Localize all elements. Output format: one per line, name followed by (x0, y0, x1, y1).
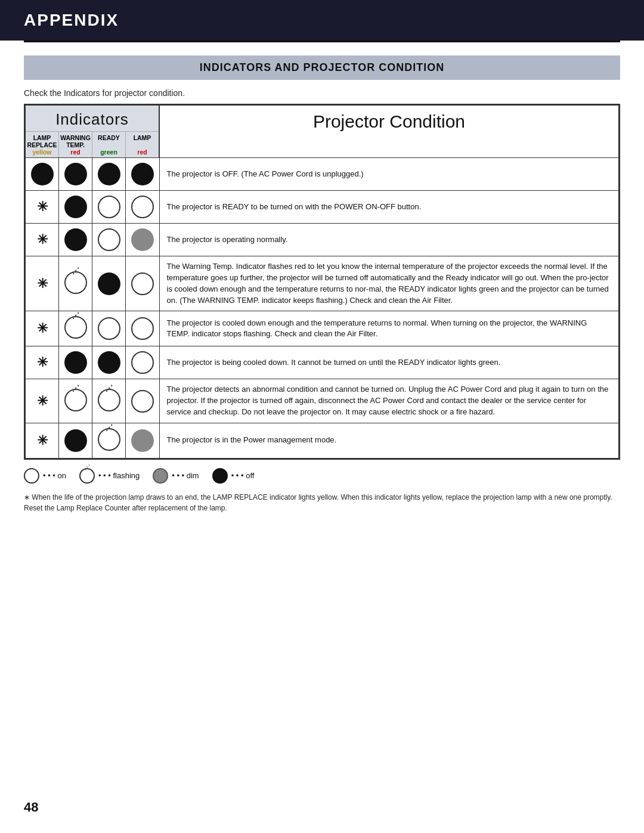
icon-on (131, 351, 154, 374)
legend-flashing: ⋰ • • • flashing (79, 468, 140, 484)
table-row: The projector is OFF. (The AC Power Cord… (26, 158, 619, 191)
section-title: INDICATORS AND PROJECTOR CONDITION (200, 61, 444, 73)
icon-off (98, 351, 120, 374)
legend-on-label: • • • on (43, 471, 66, 480)
legend-off-icon (212, 468, 228, 484)
projector-condition-title: Projector Condition (313, 112, 465, 131)
table-row: ✳ The projector is being cooled down. It… (26, 346, 619, 379)
icon-on (98, 228, 120, 251)
cell-lamp (126, 379, 159, 423)
projector-condition-cell: Projector Condition (159, 106, 619, 158)
condition-text: The projector is OFF. (The AC Power Cord… (159, 158, 619, 191)
icon-dim (131, 429, 154, 452)
main-table-wrap: Indicators LAMPREPLACEyellow WARNINGTEMP… (24, 104, 620, 460)
page-number: 48 (24, 800, 38, 815)
col-lamp-replace: LAMPREPLACEyellow (26, 132, 59, 157)
icon-flashing: ⋰ (98, 428, 120, 451)
cell-lamp-replace (26, 158, 59, 191)
cell-lamp (126, 311, 159, 346)
cell-lamp (126, 346, 159, 379)
icon-flashing: ⋰ (98, 389, 120, 411)
legend-off-label: • • • off (231, 471, 255, 480)
legend: • • • on ⋰ • • • flashing • • • dim • • … (24, 468, 620, 484)
icon-off (64, 228, 87, 251)
cell-lamp-replace-asterisk: ✳ (26, 379, 59, 423)
cell-ready (92, 158, 126, 191)
legend-dim: • • • dim (153, 468, 199, 484)
cell-warning-temp: ⋰ (59, 256, 92, 311)
header-underline (24, 41, 620, 42)
icon-off (31, 163, 54, 185)
table-row: ✳ The projector is operating normally. (26, 224, 619, 256)
condition-text: The projector is READY to be turned on w… (159, 191, 619, 224)
icon-on (98, 317, 120, 340)
intro-text: Check the Indicators for projector condi… (24, 88, 620, 98)
icon-off (131, 163, 154, 185)
condition-text: The projector is being cooled down. It c… (159, 346, 619, 379)
cell-lamp-replace-asterisk: ✳ (26, 423, 59, 458)
icon-off (64, 196, 87, 218)
cell-lamp-replace-asterisk: ✳ (26, 346, 59, 379)
legend-flashing-label: • • • flashing (98, 471, 140, 480)
col-ready: READY green (92, 132, 126, 157)
condition-text: The projector is operating normally. (159, 224, 619, 256)
icon-on (131, 272, 154, 295)
icon-flashing: ⋰ (64, 316, 87, 339)
cell-ready (92, 191, 126, 224)
cell-lamp (126, 224, 159, 256)
cell-ready (92, 224, 126, 256)
cell-lamp-replace-asterisk: ✳ (26, 224, 59, 256)
icon-flashing: ⋰ (64, 389, 87, 411)
cell-ready (92, 256, 126, 311)
col-warning-temp: WARNINGTEMP.red (59, 132, 92, 157)
icon-off (98, 163, 120, 185)
cell-lamp (126, 158, 159, 191)
footnote: ∗ When the life of the projection lamp d… (24, 492, 620, 513)
indicators-table: Indicators LAMPREPLACEyellow WARNINGTEMP… (25, 105, 619, 459)
icon-dim (131, 228, 154, 251)
cell-warning-temp: ⋰ (59, 311, 92, 346)
page-title: APPENDIX (24, 11, 119, 30)
cell-ready (92, 311, 126, 346)
icon-off (64, 429, 87, 452)
cell-warning-temp: ⋰ (59, 379, 92, 423)
cell-warning-temp (59, 423, 92, 458)
icon-flashing: ⋰ (64, 271, 87, 294)
cell-warning-temp (59, 224, 92, 256)
col-lamp: LAMP red (126, 132, 159, 157)
indicators-label: Indicators (26, 110, 159, 131)
indicators-title-cell: Indicators LAMPREPLACEyellow WARNINGTEMP… (26, 106, 160, 158)
section-title-bar: INDICATORS AND PROJECTOR CONDITION (24, 55, 620, 80)
table-row: ✳ The projector is READY to be turned on… (26, 191, 619, 224)
cell-warning-temp (59, 346, 92, 379)
cell-warning-temp (59, 158, 92, 191)
legend-on-icon (24, 468, 39, 484)
icon-off (64, 163, 87, 185)
cell-lamp (126, 191, 159, 224)
legend-flashing-icon: ⋰ (79, 468, 95, 484)
icon-on (131, 196, 154, 218)
table-row: ✳ ⋰ ⋰ The projector detects an abnormal … (26, 379, 619, 423)
cell-lamp (126, 256, 159, 311)
legend-dim-icon (153, 468, 168, 484)
indicators-subcols: LAMPREPLACEyellow WARNINGTEMP.red READY … (26, 131, 159, 157)
cell-lamp (126, 423, 159, 458)
cell-lamp-replace-asterisk: ✳ (26, 256, 59, 311)
table-row: ✳ ⋰ The projector is in the Power manage… (26, 423, 619, 458)
condition-text: The projector is in the Power management… (159, 423, 619, 458)
icon-off (64, 351, 87, 374)
cell-warning-temp (59, 191, 92, 224)
icon-on (131, 390, 154, 413)
page-header: APPENDIX (0, 0, 644, 41)
legend-on: • • • on (24, 468, 66, 484)
table-row: ✳ ⋰ The Warning Temp. Indicator flashes … (26, 256, 619, 311)
icon-on (131, 317, 154, 340)
cell-lamp-replace-asterisk: ✳ (26, 191, 59, 224)
cell-lamp-replace-asterisk: ✳ (26, 311, 59, 346)
condition-text: The projector is cooled down enough and … (159, 311, 619, 346)
icon-on (98, 196, 120, 218)
condition-text: The Warning Temp. Indicator flashes red … (159, 256, 619, 311)
cell-ready: ⋰ (92, 379, 126, 423)
table-row: ✳ ⋰ The projector is cooled down enough … (26, 311, 619, 346)
legend-dim-label: • • • dim (172, 471, 199, 480)
